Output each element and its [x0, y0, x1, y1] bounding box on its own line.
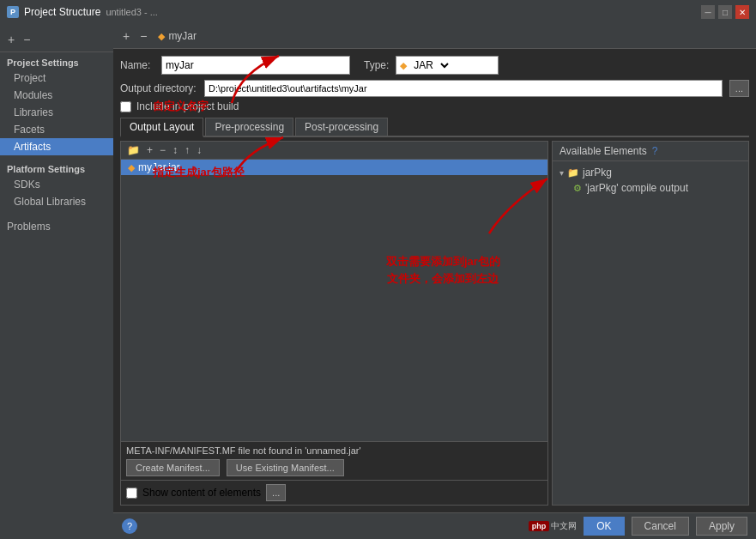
message-area: META-INF/MANIFEST.MF file not found in '… — [121, 441, 547, 480]
left-panel-toolbar: 📁 + − ↕ ↑ ↓ — [121, 142, 547, 160]
show-content-label: Show content of elements — [142, 487, 261, 499]
right-panel-content: ▾ 📁 jarPkg ⚙ 'jarPkg' compile output — [553, 161, 748, 505]
type-label: Type: — [364, 59, 389, 71]
left-panel-up-btn[interactable]: ↑ — [182, 143, 192, 157]
left-panel-remove-btn[interactable]: − — [157, 143, 168, 157]
create-manifest-button[interactable]: Create Manifest... — [126, 459, 220, 476]
window-title: Project Structure — [24, 6, 100, 18]
apply-button[interactable]: Apply — [696, 517, 747, 536]
left-panel-folder-btn[interactable]: 📁 — [124, 143, 142, 157]
sidebar-item-global-libraries[interactable]: Global Libraries — [0, 193, 113, 210]
manifest-buttons: Create Manifest... Use Existing Manifest… — [126, 459, 542, 476]
platform-settings-label: Platform Settings — [0, 155, 113, 176]
use-existing-manifest-button[interactable]: Use Existing Manifest... — [227, 459, 344, 476]
bottom-left: ? — [122, 518, 137, 534]
right-panel: Available Elements ? ▾ 📁 jarPkg ⚙ — [552, 141, 749, 506]
left-panel-add-btn[interactable]: + — [144, 143, 155, 157]
footer-row: Show content of elements ... — [121, 480, 547, 505]
sidebar-item-project[interactable]: Project — [0, 70, 113, 87]
jarpkg-chevron-icon: ▾ — [559, 168, 564, 178]
available-elements-label: Available Elements — [559, 145, 647, 157]
artifacts-toolbar: + − ◆ myJar — [113, 24, 756, 49]
output-dir-browse-button[interactable]: ... — [729, 80, 749, 97]
name-input[interactable] — [161, 56, 350, 75]
bottom-bar: ? php 中文网 OK Cancel Apply — [113, 512, 756, 539]
tab-output-layout[interactable]: Output Layout — [120, 118, 203, 137]
jar-file-icon: ◆ — [128, 162, 135, 173]
sidebar-item-libraries[interactable]: Libraries — [0, 104, 113, 121]
sidebar-item-artifacts[interactable]: Artifacts — [0, 138, 113, 155]
sidebar-add-button[interactable]: + — [5, 31, 17, 48]
include-in-build-checkbox[interactable] — [120, 101, 131, 112]
manifest-message: META-INF/MANIFEST.MF file not found in '… — [126, 445, 542, 456]
sidebar-remove-button[interactable]: − — [21, 31, 33, 48]
main-panel: Name: Type: ◆ JAR WAR EAR Output direct — [113, 49, 756, 512]
split-panel: 📁 + − ↕ ↑ ↓ ◆ myJar.jar — [120, 141, 749, 506]
window-controls: ─ □ ✕ — [701, 5, 749, 19]
window-subtitle: untitled3 - ... — [106, 7, 158, 17]
title-bar: P Project Structure untitled3 - ... ─ □ … — [0, 0, 756, 24]
jarpkg-label: jarPkg — [583, 167, 612, 179]
sidebar-item-sdks[interactable]: SDKs — [0, 176, 113, 193]
project-settings-label: Project Settings — [0, 52, 113, 70]
tabs-row: Output Layout Pre-processing Post-proces… — [120, 118, 749, 137]
type-select-wrapper: ◆ JAR WAR EAR — [396, 56, 499, 75]
include-in-build-label: Include in project build — [136, 100, 239, 112]
ok-button[interactable]: OK — [584, 517, 624, 536]
include-in-build-row: Include in project build — [120, 100, 749, 112]
sidebar: + − Project Settings Project Modules Lib… — [0, 24, 113, 539]
artifacts-add-button[interactable]: + — [120, 27, 132, 45]
type-select[interactable]: JAR WAR EAR — [410, 58, 451, 72]
compile-output-label: 'jarPkg' compile output — [585, 182, 688, 194]
bottom-right: php 中文网 OK Cancel Apply — [525, 517, 747, 536]
content-area: + − ◆ myJar Name: Type: ◆ JAR — [113, 24, 756, 539]
minimize-button[interactable]: ─ — [701, 5, 715, 19]
artifact-item-myjar[interactable]: ◆ myJar — [154, 28, 200, 44]
left-panel-down-btn[interactable]: ↓ — [194, 143, 204, 157]
app-icon: P — [7, 6, 19, 18]
show-content-browse-button[interactable]: ... — [266, 484, 286, 501]
right-panel-help-icon[interactable]: ? — [652, 145, 658, 157]
left-file-item-myjar[interactable]: ◆ myJar.jar — [121, 160, 547, 175]
left-panel: 📁 + − ↕ ↑ ↓ ◆ myJar.jar — [120, 141, 548, 506]
name-type-row: Name: Type: ◆ JAR WAR EAR — [120, 56, 749, 75]
tree-item-compile-output[interactable]: ⚙ 'jarPkg' compile output — [553, 180, 748, 196]
output-dir-input[interactable] — [204, 80, 723, 97]
left-panel-content: ◆ myJar.jar — [121, 160, 547, 441]
jar-icon: ◆ — [158, 31, 165, 42]
help-button[interactable]: ? — [122, 518, 137, 534]
left-panel-sort-btn[interactable]: ↕ — [170, 143, 180, 157]
tree-item-jarpkg[interactable]: ▾ 📁 jarPkg — [553, 165, 748, 180]
output-dir-row: Output directory: ... — [120, 80, 749, 97]
right-panel-header: Available Elements ? — [553, 142, 748, 161]
show-content-checkbox[interactable] — [126, 488, 137, 499]
tab-preprocessing[interactable]: Pre-processing — [205, 118, 293, 136]
cn-label: 中文网 — [551, 520, 577, 532]
artifacts-remove-button[interactable]: − — [137, 27, 149, 45]
compile-icon: ⚙ — [573, 183, 582, 194]
sidebar-toolbar: + − — [0, 27, 113, 52]
sidebar-item-facets[interactable]: Facets — [0, 121, 113, 138]
sidebar-item-problems[interactable]: Problems — [7, 221, 113, 233]
name-label: Name: — [120, 59, 154, 71]
close-button[interactable]: ✕ — [735, 5, 749, 19]
php-badge: php — [529, 521, 550, 531]
folder-icon: 📁 — [567, 167, 579, 179]
type-jar-icon: ◆ — [400, 60, 407, 71]
maximize-button[interactable]: □ — [718, 5, 732, 19]
tab-postprocessing[interactable]: Post-processing — [295, 118, 388, 136]
output-dir-label: Output directory: — [120, 82, 197, 94]
artifact-name: myJar — [168, 30, 197, 42]
left-file-name: myJar.jar — [138, 161, 180, 173]
cancel-button[interactable]: Cancel — [632, 517, 689, 536]
sidebar-item-modules[interactable]: Modules — [0, 87, 113, 104]
